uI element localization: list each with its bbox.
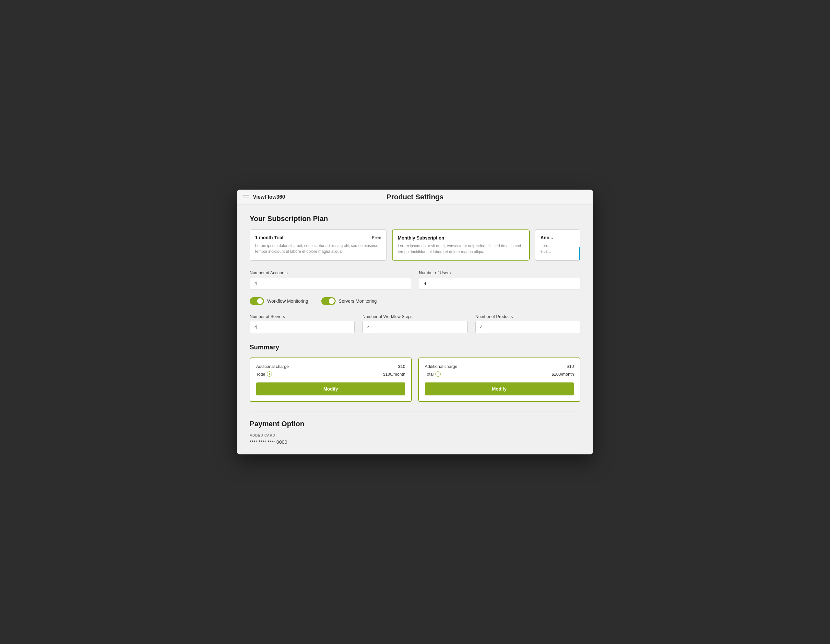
app-name: ViewFlow360	[253, 194, 285, 200]
main-content: Your Subscription Plan 1 month Trial Fre…	[237, 205, 593, 454]
summary-card-2-total-label: Total i	[425, 372, 440, 377]
summary-card-1: Additional charge $10 Total i $100/month…	[250, 358, 412, 402]
num-workflow-steps-group: Number of Workflow Steps	[363, 314, 467, 333]
summary-card-1-modify-button[interactable]: Modify	[256, 383, 405, 396]
servers-monitoring-toggle-item: Servers Monitoring	[321, 297, 377, 305]
plan-desc-monthly: Lorem ipsum dolor sit amet, consectetur …	[398, 243, 524, 255]
num-products-input[interactable]	[475, 321, 580, 333]
summary-card-2: Additional charge $10 Total i $100/month…	[418, 358, 580, 402]
page-title: Product Settings	[386, 193, 444, 201]
num-users-group: Number of Users	[419, 270, 580, 290]
plans-row: 1 month Trial Free Lorem ipsum dolor sit…	[250, 229, 580, 261]
plan-price-trial: Free	[372, 235, 381, 240]
menu-icon[interactable]	[243, 195, 249, 199]
num-users-input[interactable]	[419, 277, 580, 290]
section-divider	[250, 411, 580, 412]
annual-blue-bar	[579, 247, 580, 256]
num-workflow-steps-label: Number of Workflow Steps	[363, 314, 467, 319]
summary-card-2-info-icon[interactable]: i	[436, 372, 440, 377]
summary-card-1-total-value: $100/month	[383, 372, 405, 377]
num-servers-input[interactable]	[250, 321, 355, 333]
app-window: ViewFlow360 Product Settings Your Subscr…	[237, 190, 593, 454]
plan-card-monthly[interactable]: Monthly Subscription Lorem ipsum dolor s…	[392, 229, 530, 261]
servers-monitoring-label: Servers Monitoring	[339, 299, 377, 304]
summary-section-title: Summary	[250, 343, 580, 351]
accounts-users-row: Number of Accounts Number of Users	[250, 270, 580, 290]
num-accounts-input[interactable]	[250, 277, 411, 290]
servers-steps-products-row: Number of Servers Number of Workflow Ste…	[250, 314, 580, 333]
subscription-section-title: Your Subscription Plan	[250, 215, 580, 223]
summary-card-2-charge-value: $10	[567, 364, 574, 369]
summary-card-2-charge-label: Additional charge	[425, 364, 457, 369]
plan-header-trial: 1 month Trial Free	[255, 235, 381, 240]
plan-desc-annual: Lore...eius...	[540, 243, 575, 255]
num-accounts-label: Number of Accounts	[250, 270, 411, 275]
summary-card-2-total-row: Total i $100/month	[425, 372, 574, 377]
summary-cards: Additional charge $10 Total i $100/month…	[250, 358, 580, 402]
num-products-label: Number of Products	[475, 314, 580, 319]
toggles-row: Workflow Monitoring Servers Monitoring	[250, 297, 580, 305]
plan-name-annual: Ann...	[540, 235, 553, 240]
summary-card-1-charge-label: Additional charge	[256, 364, 288, 369]
plan-card-annual[interactable]: Ann... Lore...eius...	[535, 229, 580, 261]
plan-card-trial[interactable]: 1 month Trial Free Lorem ipsum dolor sit…	[250, 229, 387, 261]
plan-desc-trial: Lorem ipsum dolor sit amet, consectetur …	[255, 243, 381, 255]
plan-name-monthly: Monthly Subscription	[398, 235, 444, 241]
num-servers-label: Number of Servers	[250, 314, 355, 319]
summary-card-1-info-icon[interactable]: i	[267, 372, 272, 377]
num-workflow-steps-input[interactable]	[363, 321, 467, 333]
titlebar-left: ViewFlow360	[243, 194, 285, 200]
workflow-monitoring-toggle-item: Workflow Monitoring	[250, 297, 308, 305]
added-card-label: ADDED CARD	[250, 434, 580, 437]
card-number: **** **** **** 0000	[250, 439, 580, 445]
num-products-group: Number of Products	[475, 314, 580, 333]
summary-card-2-charge-row: Additional charge $10	[425, 364, 574, 369]
plan-header-monthly: Monthly Subscription	[398, 235, 524, 241]
summary-card-1-charge-value: $10	[398, 364, 405, 369]
workflow-monitoring-toggle[interactable]	[250, 297, 264, 305]
plan-name-trial: 1 month Trial	[255, 235, 284, 240]
num-users-label: Number of Users	[419, 270, 580, 275]
plan-header-annual: Ann...	[540, 235, 575, 240]
servers-monitoring-toggle[interactable]	[321, 297, 336, 305]
num-servers-group: Number of Servers	[250, 314, 355, 333]
titlebar: ViewFlow360 Product Settings	[237, 190, 593, 205]
num-accounts-group: Number of Accounts	[250, 270, 411, 290]
workflow-monitoring-label: Workflow Monitoring	[267, 299, 308, 304]
summary-card-1-charge-row: Additional charge $10	[256, 364, 405, 369]
summary-card-1-total-label: Total i	[256, 372, 272, 377]
summary-card-2-total-value: $100/month	[551, 372, 574, 377]
summary-card-2-modify-button[interactable]: Modify	[425, 383, 574, 396]
summary-card-1-total-row: Total i $100/month	[256, 372, 405, 377]
payment-section-title: Payment Option	[250, 420, 580, 428]
